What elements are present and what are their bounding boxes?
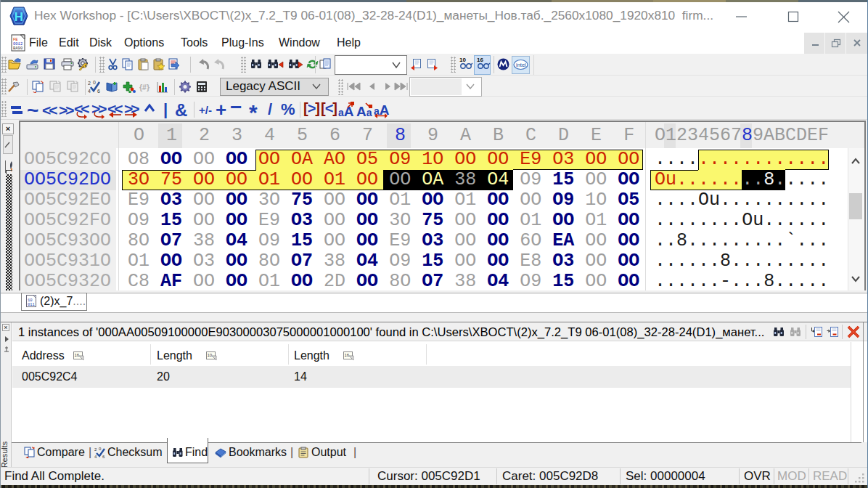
svg-text:H: H [15, 10, 23, 24]
svg-text:6: 6 [102, 455, 105, 458]
svg-text:4: 4 [88, 89, 91, 94]
svg-text:0: 0 [93, 80, 96, 85]
svg-text:2: 2 [94, 447, 97, 452]
svg-text:16: 16 [345, 353, 350, 357]
svg-text:10: 10 [459, 57, 466, 63]
svg-text:{#}: {#} [139, 83, 150, 92]
svg-text:2: 2 [88, 81, 91, 86]
svg-text:16: 16 [477, 57, 483, 63]
svg-text:6: 6 [97, 89, 100, 94]
svg-text:0: 0 [99, 447, 102, 451]
svg-text:10: 10 [208, 353, 213, 357]
svg-text:intel: intel [516, 62, 526, 68]
svg-text:4: 4 [94, 455, 97, 458]
svg-text:BA90: BA90 [13, 46, 22, 51]
svg-text:011: 011 [28, 302, 36, 307]
svg-text:16: 16 [75, 353, 80, 357]
